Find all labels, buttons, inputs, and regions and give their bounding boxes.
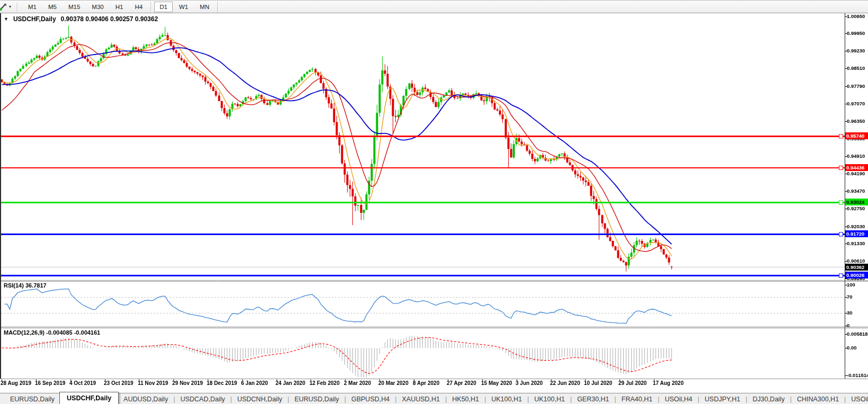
chart-tab-xauusd-h1[interactable]: XAUUSD,H1 [397,394,445,404]
price-tick-label: 0.99950 [847,30,865,36]
chart-tab-usdjpy-h1[interactable]: USDJPY,H1 [700,394,745,404]
chart-tab-uk100-h1[interactable]: UK100,H1 [529,394,570,404]
date-tick-label: 22 Jun 2020 [550,380,580,386]
date-tick-label: 4 Oct 2019 [69,380,96,386]
chart-tab-china300-h1[interactable]: CHINA300,H1 [792,394,844,404]
date-tick-label: 3 Jun 2020 [516,380,543,386]
chart-tab-gbpusd-h4[interactable]: GBPUSD,H4 [347,394,394,404]
chart-tab-usdcnh-daily[interactable]: USDCNH,Daily [233,394,287,404]
price-tick-label: 0.90610 [847,258,865,264]
dropdown-caret-icon[interactable]: ▾ [8,4,14,9]
toolbar-separator [150,2,152,12]
chart-tab-usdchf-daily[interactable]: USDCHF,Daily [59,392,119,404]
chart-title: ▼ USDCHF,Daily 0.90378 0.90406 0.90257 0… [4,15,158,23]
date-tick-label: 15 May 2020 [481,380,512,386]
date-tick-label: 29 Nov 2019 [172,380,203,386]
chart-tab-ger30-h1[interactable]: GER30,H1 [572,394,614,404]
rsi-axis-label: 30 [847,310,853,316]
rsi-axis-label: 70 [847,294,853,300]
toolbar-separator [217,2,218,12]
date-tick-label: 6 Jan 2020 [241,380,268,386]
price-tick-label: 0.91330 [847,240,865,246]
chart-tab-audusd-daily[interactable]: AUDUSD,Daily [119,394,173,404]
cursor-crosshair-icon [0,3,7,11]
timeframe-button-M5[interactable]: M5 [43,2,62,12]
rsi-axis-label: 0 [847,322,849,328]
date-tick-label: 11 Nov 2019 [138,380,168,386]
date-tick-label: 16 Sep 2019 [35,380,65,386]
chart-tab-usoil-h4[interactable]: USOil,H4 [660,394,697,404]
level-price-tag: 0.95740 [845,132,868,139]
collapse-chart-icon[interactable]: ▼ [4,16,8,22]
price-tick-label: 0.97790 [847,83,865,89]
chart-tab-dj30-daily[interactable]: DJ30,Daily [748,394,789,404]
chart-tab-usdcad-daily[interactable]: USDCAD,Daily [175,394,229,404]
level-price-tag: 0.91720 [845,230,868,237]
timeframe-toolbar: M1M5M15M30H1H4D1W1MN [22,1,220,13]
date-tick-label: 20 Mar 2020 [378,380,409,386]
chart-tab-uk100-h1[interactable]: UK100,H1 [486,394,527,404]
macd-axis-label: -0.011514 [847,372,868,378]
rsi-axis-label: 100 [847,282,855,288]
date-tick-label: 28 Aug 2019 [1,380,31,386]
macd-axis-label: 0.005818 [847,331,868,337]
chart-symbol-period: USDCHF,Daily [13,15,56,23]
timeframe-button-M30[interactable]: M30 [86,2,109,12]
date-tick-label: 18 Dec 2019 [207,380,237,386]
date-tick-label: 24 Jan 2020 [276,380,305,386]
price-tick-label: 0.99230 [847,48,865,53]
price-tick-label: 0.94190 [847,170,865,176]
price-tick-label: 0.97070 [847,101,865,106]
price-tick-label: 1.00650 [847,13,865,19]
timeframe-button-H4[interactable]: H4 [129,2,148,12]
price-tick-label: 0.96350 [847,118,865,124]
date-tick-label: 2 Mar 2020 [344,380,371,386]
timeframe-button-W1[interactable]: W1 [174,2,193,12]
macd-label: MACD(12,26,9) -0.004085 -0.004161 [4,329,100,336]
mt4-window: ▾ M1M5M15M30H1H4D1W1MN ▼ USDCHF,Daily 0.… [0,0,868,404]
chart-ohlc-values: 0.90378 0.90406 0.90257 0.90362 [61,15,158,23]
price-tick-label: 0.93470 [847,188,865,194]
level-price-tag: 0.93024 [845,199,868,205]
price-tick-label: 0.98510 [847,65,865,71]
chart-tab-usoil-h1[interactable]: USOil,H1 [846,394,868,404]
date-tick-label: 29 Jul 2020 [618,380,646,386]
rsi-label: RSI(14) 36.7817 [4,282,47,289]
date-tick-label: 12 Feb 2020 [309,380,340,386]
chart-area: ▼ USDCHF,Daily 0.90378 0.90406 0.90257 0… [0,13,868,393]
current-price-tag: 0.90362 [845,264,868,271]
price-tick-label: 0.92030 [847,223,865,229]
timeframe-button-M15[interactable]: M15 [63,2,85,12]
date-tick-label: 8 Apr 2020 [413,380,439,386]
chart-tab-hk50-h1[interactable]: HK50,H1 [447,394,484,404]
timeframe-button-D1[interactable]: D1 [154,2,173,12]
chart-tab-eurusd-daily[interactable]: EURUSD,Daily [290,394,344,404]
timeframe-button-MN[interactable]: MN [194,2,215,12]
date-tick-label: 27 Apr 2020 [447,380,476,386]
level-price-tag: 0.90026 [845,272,868,279]
date-tick-label: 17 Aug 2020 [653,380,684,386]
toolbar-grip[interactable] [16,3,19,11]
chart-tab-eurusd-daily[interactable]: EURUSD,Daily [5,394,59,404]
cursor-tool-button[interactable] [0,2,8,12]
toolbar: ▾ M1M5M15M30H1H4D1W1MN [0,1,868,13]
price-chart-canvas[interactable] [0,13,868,393]
timeframe-button-H1[interactable]: H1 [110,2,129,12]
date-tick-label: 23 Oct 2019 [104,380,134,386]
macd-axis-label: 0.00 [847,345,857,351]
chart-tab-bar: EURUSD,DailyUSDCHF,DailyAUDUSD,Daily|USD… [0,393,868,404]
price-tick-label: 0.94910 [847,153,865,159]
chart-tab-fra40-h1[interactable]: FRA40,H1 [617,394,657,404]
timeframe-button-M1[interactable]: M1 [23,2,42,12]
date-tick-label: 10 Jul 2020 [584,380,612,386]
price-tick-label: 0.92750 [847,205,865,211]
level-price-tag: 0.94436 [845,164,868,171]
